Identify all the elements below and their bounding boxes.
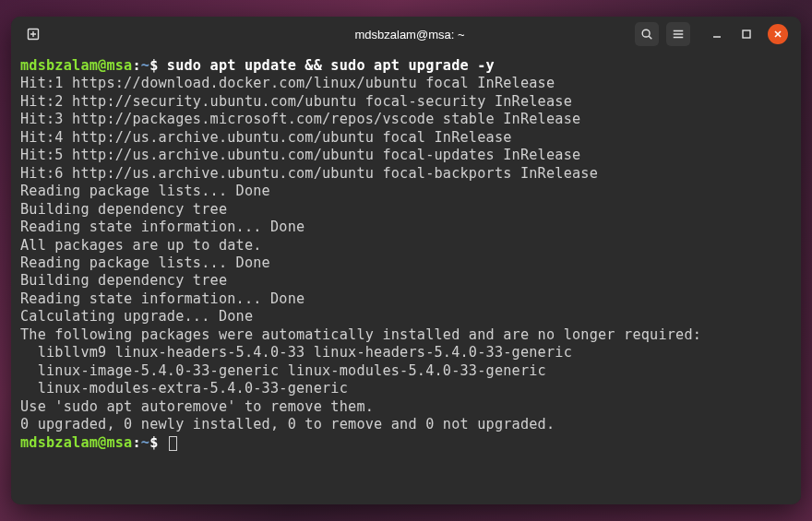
cursor [169, 436, 177, 451]
menu-button[interactable] [666, 22, 690, 46]
command-text: sudo apt update && sudo apt upgrade -y [167, 57, 495, 74]
prompt-line: mdsbzalam@msa:~$ [20, 434, 792, 452]
titlebar-right [635, 22, 794, 46]
output-line: Reading state information... Done [20, 290, 792, 308]
output-line: Hit:5 http://us.archive.ubuntu.com/ubunt… [20, 147, 792, 164]
output-line: linux-image-5.4.0-33-generic linux-modul… [20, 362, 792, 380]
titlebar-left [18, 26, 185, 42]
output-line: Reading package lists... Done [20, 183, 792, 200]
prompt-user: mdsbzalam@msa [20, 434, 132, 451]
window-controls [709, 24, 788, 44]
prompt-dollar: $ [149, 57, 167, 74]
output-line: Hit:6 http://us.archive.ubuntu.com/ubunt… [20, 165, 792, 183]
output-line: Building dependency tree [20, 272, 792, 290]
output-line: Building dependency tree [20, 201, 792, 219]
prompt-path: ~ [141, 434, 149, 451]
output-line: Reading package lists... Done [20, 255, 792, 272]
window-title: mdsbzalam@msa: ~ [185, 28, 635, 41]
prompt-colon: : [132, 57, 140, 74]
output-line: Hit:2 http://security.ubuntu.com/ubuntu … [20, 93, 792, 111]
output-line: All packages are up to date. [20, 237, 792, 255]
prompt-colon: : [132, 434, 140, 451]
output-line: linux-modules-extra-5.4.0-33-generic [20, 380, 792, 397]
prompt-line: mdsbzalam@msa:~$ sudo apt update && sudo… [20, 57, 792, 75]
output-line: 0 upgraded, 0 newly installed, 0 to remo… [20, 416, 792, 433]
prompt-path: ~ [141, 57, 149, 74]
svg-line-4 [649, 36, 651, 39]
prompt-user: mdsbzalam@msa [20, 57, 132, 74]
new-tab-button[interactable] [26, 26, 42, 42]
search-button[interactable] [635, 22, 659, 46]
close-button[interactable] [768, 24, 788, 44]
terminal-body[interactable]: mdsbzalam@msa:~$ sudo apt update && sudo… [11, 52, 801, 504]
output-line: Calculating upgrade... Done [20, 308, 792, 326]
svg-point-3 [642, 30, 650, 37]
minimize-button[interactable] [709, 26, 725, 42]
terminal-window: mdsbzalam@msa: ~ [11, 17, 801, 504]
svg-rect-9 [743, 30, 750, 38]
prompt-dollar: $ [149, 434, 167, 451]
output-line: Hit:3 http://packages.microsoft.com/repo… [20, 111, 792, 128]
titlebar: mdsbzalam@msa: ~ [11, 17, 801, 52]
maximize-button[interactable] [738, 26, 755, 42]
output-line: The following packages were automaticall… [20, 326, 792, 344]
output-line: Hit:4 http://us.archive.ubuntu.com/ubunt… [20, 129, 792, 147]
output-line: libllvm9 linux-headers-5.4.0-33 linux-he… [20, 344, 792, 361]
output-line: Hit:1 https://download.docker.com/linux/… [20, 75, 792, 92]
output-line: Reading state information... Done [20, 219, 792, 236]
output-line: Use 'sudo apt autoremove' to remove them… [20, 398, 792, 416]
